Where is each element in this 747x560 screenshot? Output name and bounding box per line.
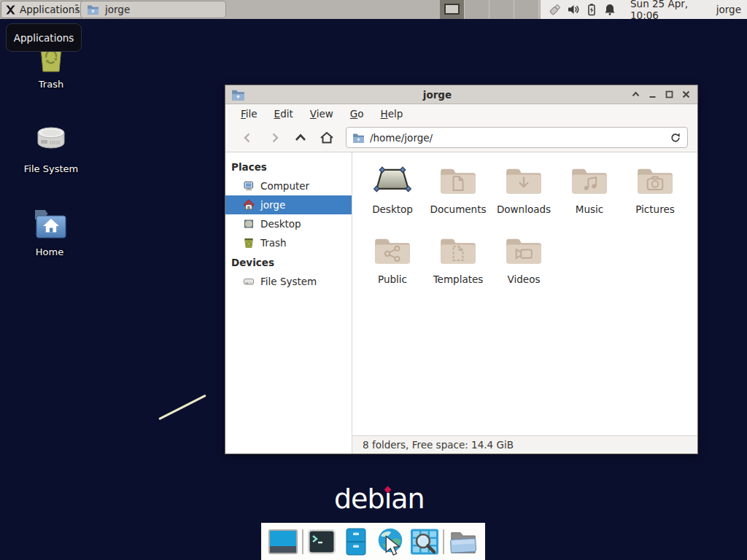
- sidebar-item-computer[interactable]: Computer: [225, 176, 352, 195]
- workspace-2[interactable]: [465, 0, 489, 19]
- desktop-icon: [243, 218, 255, 230]
- workspace-pager: [440, 0, 539, 19]
- sidebar-item-desktop[interactable]: Desktop: [225, 214, 352, 233]
- menu-view[interactable]: View: [305, 106, 338, 122]
- debian-wordmark: debıan: [334, 483, 425, 515]
- file-item-label: Music: [576, 203, 603, 215]
- desktop-icon-label: Home: [9, 246, 90, 257]
- dock: [261, 523, 485, 560]
- minimize-button[interactable]: [646, 89, 658, 101]
- sidebar-item-trash[interactable]: Trash: [225, 233, 352, 252]
- maximize-button[interactable]: [663, 89, 675, 101]
- top-panel: Applications jorge Sun 25 Apr, 10:06 jor…: [0, 0, 747, 19]
- documents-folder-icon: [439, 164, 477, 198]
- file-item-label: Desktop: [372, 203, 413, 215]
- folder-icon: [87, 4, 99, 15]
- desktop-icon-home[interactable]: Home: [9, 207, 90, 257]
- desktop-icon-file-system[interactable]: File System: [11, 120, 91, 174]
- location-bar: [346, 127, 688, 148]
- desktop-icon-label: Trash: [11, 79, 91, 90]
- home-folder-icon: [31, 207, 69, 243]
- show-desktop-icon[interactable]: [268, 526, 298, 557]
- volume-icon[interactable]: [567, 2, 580, 17]
- trash-icon: [243, 237, 255, 249]
- sidebar-item-label: Trash: [260, 237, 287, 249]
- app-finder-icon[interactable]: [409, 526, 440, 557]
- file-item-videos[interactable]: Videos: [491, 234, 557, 304]
- content-column: Desktop Documents: [352, 152, 697, 454]
- file-item-pictures[interactable]: Pictures: [622, 164, 688, 234]
- close-button[interactable]: [680, 89, 692, 101]
- menu-go[interactable]: Go: [345, 106, 369, 122]
- file-item-desktop[interactable]: Desktop: [360, 164, 425, 234]
- wordmark-part: deb: [334, 483, 384, 515]
- videos-folder-icon: [505, 234, 543, 268]
- workspace-4[interactable]: [514, 0, 539, 19]
- path-input[interactable]: [365, 132, 670, 144]
- forward-button[interactable]: [261, 127, 287, 149]
- taskbar-window-label: jorge: [105, 4, 130, 15]
- desktop-icon-label: File System: [11, 163, 91, 174]
- reload-icon[interactable]: [670, 132, 681, 144]
- file-item-label: Downloads: [497, 203, 551, 215]
- sidebar: Places Computer jorge Desktop: [225, 152, 352, 454]
- file-item-documents[interactable]: Documents: [425, 164, 491, 234]
- panel-grip-handle[interactable]: [75, 4, 78, 15]
- removable-media-icon[interactable]: [548, 2, 562, 17]
- file-item-label: Pictures: [635, 203, 674, 215]
- window-body: Places Computer jorge Desktop: [225, 152, 697, 454]
- system-tray: Sun 25 Apr, 10:06 jorge: [541, 0, 747, 19]
- taskbar-window-button[interactable]: jorge: [80, 1, 226, 18]
- window-title: jorge: [245, 89, 630, 101]
- wallpaper-line-artifact: [158, 394, 206, 420]
- file-cabinet-icon[interactable]: [341, 526, 371, 557]
- statusbar-text: 8 folders, Free space: 14.4 GiB: [363, 439, 514, 451]
- sidebar-item-jorge[interactable]: jorge: [225, 195, 352, 214]
- templates-folder-icon: [439, 234, 477, 268]
- battery-icon[interactable]: [585, 2, 598, 17]
- sidebar-item-label: Computer: [260, 180, 309, 192]
- debian-desktop: { "panel": { "applications_button": { "l…: [0, 0, 747, 560]
- dock-separator: [443, 529, 444, 554]
- menu-file[interactable]: File: [236, 106, 263, 122]
- xfce-applications-icon: [5, 4, 16, 15]
- menu-help[interactable]: Help: [376, 106, 409, 122]
- filesystem-drive-icon: [32, 120, 70, 160]
- file-item-music[interactable]: Music: [557, 164, 622, 234]
- shade-button[interactable]: [630, 89, 641, 101]
- applications-tooltip: Applications: [6, 23, 82, 52]
- workspace-1[interactable]: [440, 0, 465, 19]
- home-button[interactable]: [314, 127, 340, 149]
- sidebar-header-places: Places: [225, 157, 352, 176]
- applications-menu-button[interactable]: Applications: [1, 1, 86, 18]
- menu-edit[interactable]: Edit: [269, 106, 298, 122]
- wordmark-i: ı: [384, 483, 392, 515]
- back-button[interactable]: [235, 127, 261, 149]
- sidebar-header-devices: Devices: [225, 252, 352, 272]
- notifications-icon[interactable]: [603, 2, 616, 17]
- up-button[interactable]: [287, 127, 314, 149]
- workspace-window-thumb: [444, 4, 460, 15]
- pictures-folder-icon: [636, 164, 674, 198]
- wordmark-part: an: [391, 483, 424, 515]
- applications-menu-label: Applications: [20, 4, 80, 15]
- file-item-templates[interactable]: Templates: [425, 234, 491, 304]
- sidebar-item-label: jorge: [260, 199, 285, 211]
- file-item-public[interactable]: Public: [360, 234, 425, 304]
- terminal-icon[interactable]: [306, 526, 337, 557]
- sidebar-item-file-system[interactable]: File System: [225, 272, 352, 291]
- panel-clock[interactable]: Sun 25 Apr, 10:06: [630, 0, 705, 21]
- sidebar-item-label: Desktop: [260, 218, 301, 230]
- toolbar: [225, 123, 697, 152]
- file-item-label: Videos: [508, 273, 541, 285]
- menubar: File Edit View Go Help: [225, 104, 697, 123]
- file-manager-icon[interactable]: [448, 526, 479, 557]
- web-browser-icon[interactable]: [375, 526, 406, 557]
- workspace-3[interactable]: [489, 0, 514, 19]
- file-item-downloads[interactable]: Downloads: [491, 164, 557, 234]
- dock-separator: [302, 529, 303, 554]
- file-item-label: Templates: [433, 273, 484, 285]
- titlebar[interactable]: jorge: [225, 85, 697, 104]
- panel-user-menu[interactable]: jorge: [716, 4, 741, 15]
- sidebar-item-label: File System: [260, 276, 317, 287]
